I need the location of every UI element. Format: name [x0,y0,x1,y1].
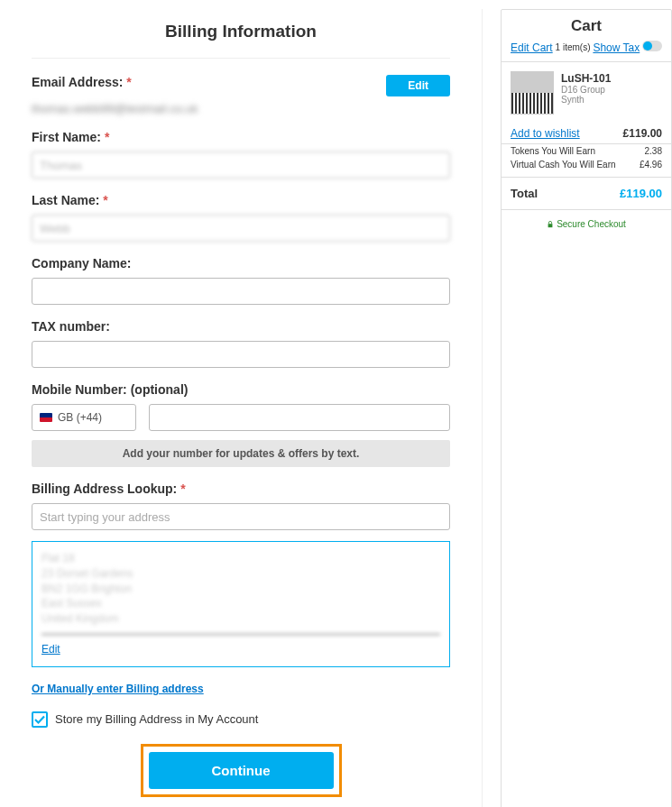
wishlist-link[interactable]: Add to wishlist [511,127,580,140]
email-label: Email Address: * [32,75,198,89]
first-name-input[interactable] [32,151,450,179]
address-lookup-input[interactable] [32,503,450,530]
page-title: Billing Information [32,9,450,59]
show-tax-link[interactable]: Show Tax [593,41,640,54]
tax-label: TAX number: [32,319,450,334]
lookup-label: Billing Address Lookup: * [32,481,450,496]
total-value: £119.00 [620,187,662,200]
vc-label: Virtual Cash You Will Earn [511,160,616,170]
store-address-label: Store my Billing Address in My Account [55,712,258,726]
edit-cart-link[interactable]: Edit Cart [511,41,553,54]
product-brand: D16 Group [561,85,611,95]
first-name-label: First Name: * [32,130,450,144]
company-input[interactable] [32,278,450,305]
cart-title: Cart [502,17,671,35]
manual-address-link[interactable]: Or Manually enter Billing address [32,683,204,695]
product-name: LuSH-101 [561,72,611,85]
item-price: £119.00 [623,127,662,140]
tokens-value: 2.38 [645,146,662,156]
total-label: Total [511,187,538,200]
flag-icon [40,413,52,422]
edit-address-link[interactable]: Edit [41,643,60,656]
continue-highlight: Continue [141,744,342,797]
country-code-select[interactable]: GB (+44) [32,404,136,431]
country-code-text: GB (+44) [58,411,102,424]
cart-panel: Cart Edit Cart 1 item(s) Show Tax LuSH-1… [501,9,672,807]
address-preview: Flat 18 23 Dorset Gardens BN2 1GG Bright… [32,541,450,667]
store-address-checkbox[interactable] [32,711,48,728]
address-lines: Flat 18 23 Dorset Gardens BN2 1GG Bright… [41,551,440,635]
last-name-label: Last Name: * [32,193,450,207]
cart-count: 1 item(s) [556,42,591,52]
cart-item: LuSH-101 D16 Group Synth [502,62,671,124]
continue-button[interactable]: Continue [149,752,334,789]
edit-email-button[interactable]: Edit [386,75,450,96]
check-icon [34,714,45,725]
tokens-label: Tokens You Will Earn [511,146,595,156]
mobile-notice: Add your number for updates & offers by … [32,440,450,467]
company-label: Company Name: [32,256,450,271]
svg-rect-0 [548,225,553,228]
product-thumbnail [511,71,554,115]
tax-input[interactable] [32,341,450,368]
vc-value: £4.96 [640,160,662,170]
last-name-input[interactable] [32,215,450,242]
email-value: thomas.webb99@testmail.co.uk [32,102,198,115]
tax-toggle[interactable] [642,41,662,51]
mobile-label: Mobile Number: (optional) [32,382,450,397]
lock-icon [547,221,554,228]
mobile-input[interactable] [149,404,450,431]
secure-checkout: Secure Checkout [502,210,671,238]
product-category: Synth [561,95,611,105]
